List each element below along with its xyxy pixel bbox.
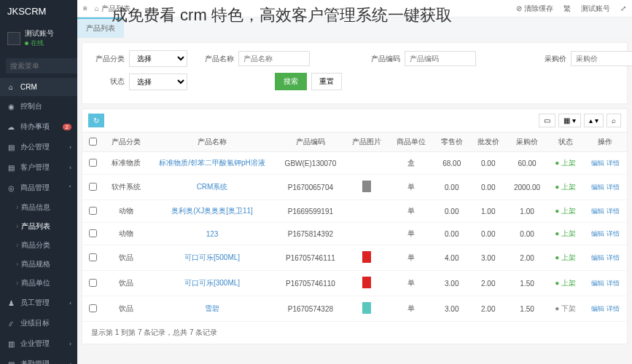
cell-status: 上架 [547, 152, 583, 175]
filter-name-input[interactable] [238, 51, 310, 66]
user-name: 测试账号 [25, 28, 54, 39]
cell-purchase: 2.00 [507, 245, 548, 271]
export-button[interactable]: ▴ ▾ [584, 114, 604, 127]
chevron-left-icon: ‹ [69, 361, 71, 365]
cell-code: P1669599191 [276, 200, 345, 223]
edit-link[interactable]: 编辑 [591, 280, 604, 287]
row-checkbox[interactable] [89, 159, 97, 167]
th-code: 产品编码 [276, 132, 345, 152]
list-icon: ▤ [7, 360, 15, 365]
cell-name[interactable]: 标准物质/邻苯二甲酸氢钾pH溶液 [148, 152, 276, 175]
submenu-product-list[interactable]: 产品列表 [0, 217, 77, 236]
cell-purchase: 2000.00 [507, 175, 548, 200]
row-checkbox[interactable] [89, 229, 97, 237]
filter-status-select[interactable]: 选择 [129, 74, 187, 90]
search-tool-button[interactable]: ⌕ [606, 114, 621, 127]
th-wholesale: 批发价 [470, 132, 507, 152]
cell-unit: 单 [389, 223, 434, 245]
cell-name[interactable]: 可口可乐[500ML] [148, 245, 276, 271]
th-name: 产品名称 [148, 132, 276, 152]
row-checkbox[interactable] [89, 279, 97, 287]
search-button[interactable]: 搜索 [275, 73, 307, 90]
menu-enterprise[interactable]: ▥企业管理‹ [0, 333, 77, 354]
cell-action: 编辑 详情 [583, 200, 627, 223]
detail-link[interactable]: 详情 [606, 280, 620, 287]
cell-image [345, 296, 389, 322]
submenu-product-unit[interactable]: 商品单位 [0, 274, 77, 293]
filter-category-select[interactable]: 选择 [129, 50, 187, 67]
cell-name[interactable]: CRM系统 [148, 175, 276, 200]
menu-search-input[interactable] [6, 58, 77, 74]
detail-link[interactable]: 详情 [606, 183, 620, 191]
row-checkbox[interactable] [89, 207, 97, 215]
account-link[interactable]: 测试账号 [581, 4, 610, 14]
edit-link[interactable]: 编辑 [591, 254, 604, 261]
clear-cache-link[interactable]: ⊘ 清除缓存 [516, 4, 553, 14]
main: 产品列表 产品分类 选择 产品名称 产品编码 采购价 状态 选择 [77, 0, 632, 364]
menu-staff[interactable]: ♟员工管理‹ [0, 293, 77, 313]
thumb-icon [362, 302, 371, 314]
product-table: 产品分类 产品名称 产品编码 产品图片 商品单位 零售价 批发价 采购价 状态 … [82, 132, 627, 322]
edit-link[interactable]: 编辑 [591, 159, 604, 167]
view-list-button[interactable]: ▭ [539, 114, 555, 127]
th-status: 状态 [547, 132, 583, 152]
filter-status-label: 状态 [93, 76, 125, 87]
reset-button[interactable]: 重置 [311, 73, 342, 90]
row-checkbox[interactable] [89, 253, 97, 261]
cell-name[interactable]: 奥利奥(XJ奥奥奥[奥卫11] [148, 200, 276, 223]
select-all-checkbox[interactable] [89, 138, 97, 146]
filter-code-input[interactable] [405, 51, 476, 66]
view-grid-button[interactable]: ▦ ▾ [558, 114, 581, 127]
chart-icon: ⫽ [7, 320, 15, 328]
edit-link[interactable]: 编辑 [591, 230, 604, 237]
filter-purchase-input[interactable] [571, 51, 632, 66]
cell-unit: 单 [389, 245, 434, 271]
row-checkbox[interactable] [89, 304, 97, 312]
filter-category-label: 产品分类 [93, 54, 125, 64]
refresh-button[interactable]: ↻ [88, 114, 104, 127]
cell-action: 编辑 详情 [583, 175, 627, 200]
table-row: 饮品 可口可乐[500ML] P16705746111 单 4.00 3.00 … [82, 245, 627, 271]
cloud-icon: ☁ [7, 123, 15, 131]
hamburger-icon[interactable]: ≡ [83, 4, 87, 12]
menu-todo[interactable]: ☁待办事项2 [0, 116, 77, 137]
chevron-left-icon: ‹ [69, 165, 71, 171]
user-icon: ♟ [7, 299, 15, 307]
cell-name[interactable]: 123 [148, 223, 276, 245]
detail-link[interactable]: 详情 [606, 159, 620, 167]
breadcrumb-icon: ⌂ [95, 4, 99, 12]
lang-toggle[interactable]: 繁 [563, 4, 571, 14]
edit-link[interactable]: 编辑 [591, 207, 604, 215]
menu-office[interactable]: ▤办公管理‹ [0, 137, 77, 157]
submenu-product-category[interactable]: 商品分类 [0, 236, 77, 255]
cell-purchase: 1.50 [507, 296, 548, 322]
menu-crm[interactable]: ⌂CRM [0, 78, 77, 96]
detail-link[interactable]: 详情 [606, 305, 620, 312]
cell-wholesale: 2.00 [470, 271, 507, 296]
cell-name[interactable]: 雪碧 [148, 296, 276, 322]
cell-action: 编辑 详情 [583, 296, 627, 322]
edit-link[interactable]: 编辑 [591, 305, 604, 312]
detail-link[interactable]: 详情 [606, 254, 620, 261]
menu-customer[interactable]: ▤客户管理‹ [0, 157, 77, 178]
detail-link[interactable]: 详情 [606, 230, 620, 237]
submenu-product-spec[interactable]: 商品规格 [0, 255, 77, 274]
cell-action: 编辑 详情 [583, 223, 627, 245]
table-row: 动物 奥利奥(XJ奥奥奥[奥卫11] P1669599191 单 0.00 1.… [82, 200, 627, 223]
menu-product[interactable]: ◎商品管理˅ [0, 178, 77, 198]
submenu-product-info[interactable]: 商品信息 [0, 198, 77, 217]
th-retail: 零售价 [434, 132, 470, 152]
menu-assess[interactable]: ▤考勤管理‹ [0, 354, 77, 364]
list-icon: ▤ [7, 143, 15, 151]
menu-target[interactable]: ⫽业绩目标 [0, 313, 77, 333]
cell-image [345, 245, 389, 271]
edit-link[interactable]: 编辑 [591, 183, 604, 191]
row-checkbox[interactable] [89, 183, 97, 191]
cell-category: 饮品 [104, 271, 148, 296]
cell-name[interactable]: 可口可乐[300ML] [148, 271, 276, 296]
expand-icon[interactable]: ⤢ [620, 4, 626, 12]
menu-dashboard[interactable]: ◉控制台 [0, 96, 77, 116]
cell-unit: 单 [389, 200, 434, 223]
cell-code: P16705746110 [276, 271, 345, 296]
detail-link[interactable]: 详情 [606, 207, 620, 215]
